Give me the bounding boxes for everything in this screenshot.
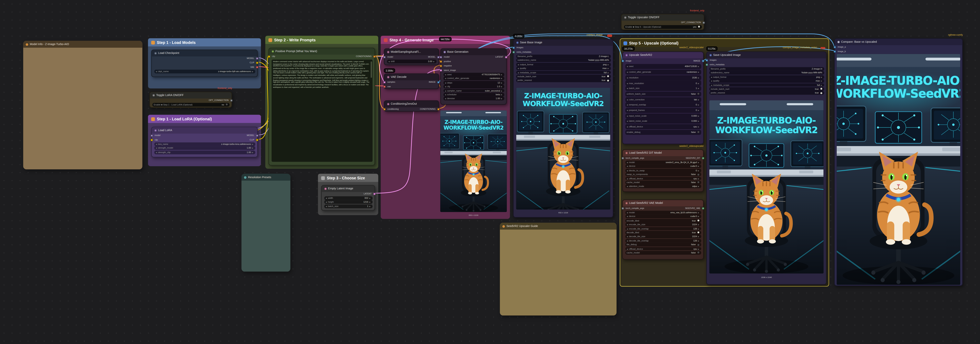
node-collapse-dot[interactable] [625, 152, 628, 154]
note-header[interactable]: Resolution Presets [242, 174, 291, 180]
widget-enable-step-1-load-lora-optional-[interactable]: Enable ■ Step 1 - Load LoRA (Optional)no [152, 103, 229, 107]
toggle-dot[interactable] [226, 104, 228, 106]
decrement-arrow[interactable]: ◀ [445, 89, 446, 92]
increment-arrow[interactable]: ▶ [501, 86, 502, 88]
node-title-bar[interactable]: Upscale SeedVR2 [623, 52, 703, 58]
increment-arrow[interactable]: ▶ [698, 211, 699, 214]
IMAGE-output-port[interactable] [437, 81, 440, 83]
decrement-arrow[interactable]: ◀ [627, 104, 628, 106]
widget-enable-debug[interactable]: enable_debugfalse [625, 129, 701, 135]
widget-tile-debug[interactable]: tile_debugfalse [625, 243, 701, 247]
note-model-info[interactable]: Model Info - Z-Image-Turbo-AIO [23, 41, 142, 169]
generation-preview[interactable] [440, 110, 507, 212]
upscaled-image-preview[interactable] [710, 100, 823, 274]
widget-model[interactable]: ◀modelema_vae_fp16.safetensors▶ [625, 211, 701, 215]
node-collapse-dot[interactable] [387, 51, 389, 53]
widget-decode-tile-overlap[interactable]: ◀decode_tile_overlap128▶ [625, 239, 701, 243]
widget-scheduler[interactable]: ◀schedulerbeta▶ [443, 93, 504, 97]
decrement-arrow[interactable]: ◀ [627, 76, 628, 79]
decrement-arrow[interactable]: ◀ [627, 239, 628, 242]
increment-arrow[interactable]: ▶ [698, 65, 699, 68]
decrement-arrow[interactable]: ◀ [326, 197, 327, 199]
torch_compile_args-input-port[interactable] [622, 157, 624, 159]
widget-color-correction[interactable]: ◀color_correctionlab▶ [625, 97, 701, 102]
node-title-bar[interactable]: Load Checkpoint [152, 50, 257, 56]
increment-arrow[interactable]: ▶ [698, 185, 699, 188]
SEEDVR2_DIT-output-port[interactable] [702, 157, 705, 159]
decrement-arrow[interactable]: ◀ [445, 81, 446, 84]
images-input-port[interactable] [706, 59, 708, 61]
decrement-arrow[interactable]: ◀ [627, 165, 628, 168]
widget-lora-name[interactable]: ◀lora_namez-image-turbo-lora.safetensors… [154, 142, 255, 146]
increment-arrow[interactable]: ▶ [698, 71, 699, 73]
IMAGE-output-port[interactable] [702, 60, 705, 62]
node-empty-latent-image[interactable]: Empty Latent ImageLATENT◀width832▶◀heigh… [321, 185, 375, 211]
node-title-bar[interactable]: Load SeedVR2 VAE Model [623, 200, 703, 206]
increment-arrow[interactable]: ▶ [698, 104, 699, 106]
node-collapse-dot[interactable] [624, 16, 626, 19]
decrement-arrow[interactable]: ◀ [326, 205, 327, 207]
widget-subdirectory-name[interactable]: subdirectory_name%date:yyyy-MM-dd% [516, 59, 611, 62]
samples-input-port[interactable] [383, 81, 386, 83]
increment-arrow[interactable]: ▶ [252, 147, 253, 150]
increment-arrow[interactable]: ▶ [698, 239, 699, 242]
node-compare-base-vs-upscaled[interactable]: Compare: Base vs Upscaledimage_aimage_b [834, 38, 963, 286]
note-seedvr2-guide[interactable]: SeedVR2 Upscaler Guide [500, 223, 616, 315]
widget-blocks-to-swap[interactable]: ◀blocks_to_swap0▶ [625, 169, 701, 172]
widget-filename-prefix[interactable]: filename_prefixZ-Image-H [709, 67, 824, 71]
widget-device[interactable]: ◀devicecuda:0▶ [625, 215, 701, 218]
node-title-bar[interactable]: Toggle LoRA ON/OFF [150, 92, 231, 98]
widget-filename-prefix[interactable]: filename_prefixZ-Image-L [516, 55, 611, 58]
widget-prepend-frames[interactable]: ◀prepend_frames0▶ [625, 108, 701, 113]
image_a-input-port[interactable] [834, 46, 836, 48]
decrement-arrow[interactable]: ◀ [627, 109, 628, 112]
toggle-dot[interactable] [697, 220, 699, 222]
widget-enable-step-5-upscale-optional-[interactable]: Enable ■ Step 5 - Upscale (Optional)yes [624, 25, 702, 29]
widget-encode-tiled[interactable]: encode_tiledtrue [625, 219, 701, 223]
node-title-bar[interactable]: Load SeedVR2 DiT Model [623, 150, 703, 156]
widget-include-batch-num[interactable]: include_batch_numtrue [516, 75, 611, 78]
decrement-arrow[interactable]: ◀ [711, 76, 712, 78]
increment-arrow[interactable]: ▶ [821, 84, 822, 86]
node-collapse-dot[interactable] [387, 103, 389, 105]
OPT_CONNECTION-output-port[interactable] [703, 21, 705, 24]
LATENT-output-port[interactable] [373, 193, 376, 195]
widget-swap-io-components[interactable]: swap_io_componentsfalse [625, 173, 701, 177]
increment-arrow[interactable]: ▶ [698, 223, 699, 226]
increment-arrow[interactable]: ▶ [252, 143, 253, 146]
widget-decode-tiled[interactable]: decode_tiledtrue [625, 231, 701, 235]
CONDITIONING-output-port[interactable] [437, 108, 440, 110]
prompt-textarea[interactable]: Modern command center interior with adva… [271, 60, 372, 162]
increment-arrow[interactable]: ▶ [608, 63, 609, 66]
clip-input-port[interactable] [151, 139, 153, 141]
CLIP-output-port[interactable] [256, 139, 259, 141]
widget-output-format[interactable]: ◀output_formatpng▶ [709, 75, 824, 79]
widget-include-batch-num[interactable]: include_batch_numtrue [709, 87, 824, 91]
toggle-dot[interactable] [697, 131, 699, 133]
decrement-arrow[interactable]: ◀ [627, 247, 628, 250]
increment-arrow[interactable]: ▶ [501, 97, 502, 100]
vae-input-port[interactable] [383, 86, 386, 88]
toggle-dot[interactable] [697, 182, 699, 183]
widget-uniform-batch-size[interactable]: uniform_batch_sizefalse [625, 92, 701, 97]
increment-arrow[interactable]: ▶ [698, 215, 699, 218]
node-collapse-dot[interactable] [625, 54, 628, 56]
widget-latent-noise-scale[interactable]: ◀latent_noise_scale0.000▶ [625, 119, 701, 124]
node-toggle-upscaler[interactable]: Toggle Upscaler ON/OFFOPT_CONNECTIONEnab… [621, 14, 705, 30]
increment-arrow[interactable]: ▶ [698, 169, 699, 172]
node-collapse-dot[interactable] [324, 187, 326, 190]
decrement-arrow[interactable]: ◀ [711, 80, 712, 82]
toggle-dot[interactable] [697, 244, 699, 246]
node-save-base-image[interactable]: 832 x 1216 Save Base Imageimagesextra_me… [513, 39, 614, 218]
node-base-generation-ksampler[interactable]: Base GenerationmodelLATENTpositivenegati… [440, 48, 507, 105]
image-input-port[interactable] [622, 60, 624, 62]
decrement-arrow[interactable]: ◀ [627, 169, 628, 172]
model-input-port[interactable] [440, 56, 442, 58]
compare-image-preview[interactable] [837, 54, 960, 285]
node-positive-prompt[interactable]: Positive Prompt (What You Want)clipCONDI… [269, 48, 375, 166]
widget-temporal-overlap[interactable]: ◀temporal_overlap0▶ [625, 102, 701, 107]
node-title-bar[interactable]: Save Base Image [514, 40, 613, 46]
decrement-arrow[interactable]: ◀ [627, 98, 628, 101]
widget-offload-device[interactable]: ◀offload_devicecpu▶ [625, 124, 701, 129]
positive-input-port[interactable] [440, 61, 442, 63]
